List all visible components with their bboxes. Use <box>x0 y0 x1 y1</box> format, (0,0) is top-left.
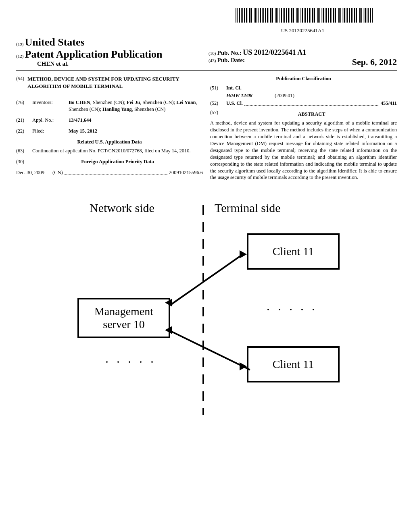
foreign-date: Dec. 30, 2009 <box>16 169 52 176</box>
inid-code-43: (43) <box>209 58 216 63</box>
dots-leader-icon <box>65 171 167 175</box>
inid-code-63: (63) <box>16 148 32 154</box>
figure-diagram: Network side Terminal side Management se… <box>53 197 360 423</box>
inid-code-21: (21) <box>16 117 32 124</box>
pub-date-value: Sep. 6, 2012 <box>352 57 397 67</box>
abstract-text: A method, device and system for updating… <box>210 120 397 181</box>
appl-no-value: 13/471,644 <box>69 117 203 124</box>
inid-code-19: (19) <box>16 42 23 46</box>
continuation-text: Continuation of application No. PCT/CN20… <box>32 148 203 154</box>
inid-code-57: (57) <box>210 109 226 119</box>
arrow-head-icon <box>240 250 247 258</box>
ellipsis-dots: . . . . . <box>106 354 156 365</box>
inid-code-10: (10) <box>209 51 216 56</box>
filed-label: Filed: <box>32 128 69 135</box>
us-cl-value: 455/411 <box>381 100 397 107</box>
int-cl-code: H04W 12/08 <box>226 92 275 99</box>
arrow-head-icon <box>240 362 247 370</box>
client-box-2: Client 11 <box>247 346 340 382</box>
dots-leader-icon <box>244 102 379 106</box>
inid-code-52: (52) <box>210 100 226 106</box>
authors-header: CHEN et al. <box>16 60 204 67</box>
pub-no-value: US 2012/0225641 A1 <box>243 48 306 56</box>
pub-date-label: Pub. Date: <box>217 57 245 63</box>
document-header: (19) United States (12) Patent Applicati… <box>16 36 397 71</box>
arrow-head-icon <box>165 326 172 334</box>
country-name: United States <box>25 36 85 48</box>
management-server-box: Management server 10 <box>77 298 170 338</box>
inventors-value: Bo CHEN, Shenzhen (CN); Fei Ju, Shenzhen… <box>69 99 203 113</box>
filed-value: May 15, 2012 <box>69 128 203 135</box>
terminal-side-label: Terminal side <box>215 201 281 215</box>
barcode-region <box>16 8 397 24</box>
arrow-head-icon <box>165 299 172 307</box>
inid-code-51: (51) <box>210 85 226 91</box>
inid-code-76: (76) <box>16 99 32 113</box>
barcode-number: US 20120225641A1 <box>16 27 397 34</box>
pub-no-label: Pub. No.: <box>217 50 242 56</box>
inid-code-54: (54) <box>16 75 27 95</box>
arrow-line-icon <box>170 330 250 370</box>
int-cl-label: Int. Cl. <box>226 85 242 91</box>
left-column: (54) METHOD, DEVICE AND SYSTEM FOR UPDAT… <box>16 75 203 181</box>
abstract-heading: ABSTRACT <box>226 111 397 118</box>
int-cl-year: (2009.01) <box>275 92 294 99</box>
inid-code-30: (30) <box>16 158 32 165</box>
ellipsis-dots: . . . . . <box>267 302 318 313</box>
us-cl-label: U.S. Cl. <box>226 100 243 107</box>
right-column: Publication Classification (51) Int. Cl.… <box>210 75 397 181</box>
foreign-app-number: 200910215596.6 <box>169 169 203 176</box>
network-side-label: Network side <box>90 201 154 215</box>
invention-title: METHOD, DEVICE AND SYSTEM FOR UPDATING S… <box>27 75 203 89</box>
inid-code-22: (22) <box>16 128 32 135</box>
arrow-line-icon <box>170 254 244 305</box>
foreign-priority-heading: Foreign Application Priority Data <box>32 158 203 165</box>
related-data-heading: Related U.S. Application Data <box>16 139 203 145</box>
appl-no-label: Appl. No.: <box>32 117 69 124</box>
client-box-1: Client 11 <box>247 233 340 270</box>
pub-classification-heading: Publication Classification <box>210 75 397 82</box>
vertical-divider-icon <box>202 205 204 415</box>
foreign-country: (CN) <box>52 169 63 176</box>
bibliographic-columns: (54) METHOD, DEVICE AND SYSTEM FOR UPDAT… <box>16 75 397 181</box>
document-kind: Patent Application Publication <box>25 48 163 60</box>
inid-code-12: (12) <box>16 54 23 58</box>
inventors-label: Inventors: <box>32 99 69 113</box>
barcode-icon <box>236 8 373 23</box>
